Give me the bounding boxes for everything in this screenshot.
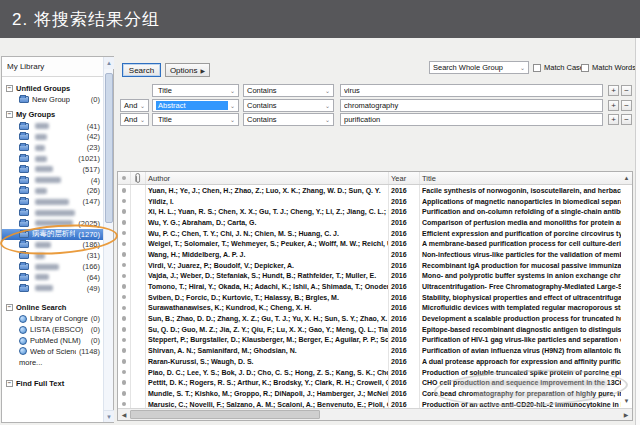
database-count: (0) [91,325,100,334]
boolean-select[interactable]: And ⌄ [120,99,149,112]
match-case-option[interactable]: Match Case [533,63,584,72]
sidebar-group-item[interactable]: (41) [2,121,103,132]
group-label-redacted [35,188,47,194]
reference-row[interactable]: Pettit, D. K.; Rogers, R. S.; Arthur, K.… [118,377,621,388]
collapse-icon[interactable]: − [6,85,13,92]
reference-row[interactable]: Shirvan, A. N.; Samianifard, M.; Ghodsia… [118,345,621,356]
sidebar-group-item[interactable]: (49) [2,283,103,294]
author-column-header[interactable]: Author [146,172,389,184]
more-link[interactable]: more... [2,357,103,368]
sidebar-group-item[interactable]: (42) [2,132,103,143]
reference-row[interactable]: Vajda, J.; Weber, D.; Stefaniak, S.; Hun… [118,271,621,282]
reference-row[interactable]: Yuan, H.; Ye, J.; Chen, H.; Zhao, Z.; Lu… [118,185,621,196]
attachment-cell [131,335,146,346]
author-cell: Wang, H.; Middelberg, A. P. J. [146,249,389,260]
sidebar-group-item[interactable]: (186) [2,240,103,251]
search-term-input[interactable] [340,84,603,97]
reference-row[interactable]: Wang, H.; Middelberg, A. P. J. 2016 Non-… [118,249,621,260]
sidebar-group-item[interactable]: 病毒的层析纯化 (1270) [2,229,103,240]
remove-search-row-button[interactable]: − [621,85,632,96]
online-search-item[interactable]: LISTA (EBSCO) (0) [2,324,103,335]
scroll-right-icon[interactable]: ▶ [621,410,631,420]
collapse-icon[interactable]: − [6,111,13,118]
section-unfiled-groups[interactable]: − Unfiled Groups [2,82,103,94]
reference-row[interactable]: Piao, D. C.; Lee, Y. S.; Bok, J. D.; Cho… [118,367,621,378]
reference-row[interactable]: Virdi, V.; Juarez, P.; Boudolf, V.; Depi… [118,260,621,271]
reference-row[interactable]: Steppert, P.; Burgstaller, D.; Klausberg… [118,335,621,346]
reference-row[interactable]: Sun, B.; Zhao, D. D.; Zhang, X. Z.; Gu, … [118,313,621,324]
operator-select[interactable]: Contains ⌄ [243,99,334,112]
search-button[interactable]: Search [122,63,161,77]
online-search-item[interactable]: Web of Scienc... (1148) [2,346,103,357]
sidebar-group-item[interactable]: (64) [2,272,103,283]
sidebar-group-item[interactable]: (147) [2,196,103,207]
add-search-row-button[interactable]: + [608,114,619,125]
match-case-checkbox[interactable] [533,64,541,72]
section-find-full-text[interactable]: − Find Full Text [2,378,103,390]
sidebar-scrollbar[interactable]: ▲ ▼ [103,57,113,422]
sidebar-group-item[interactable]: (4) [2,175,103,186]
read-status-column-header[interactable] [118,172,131,184]
sidebar-group-item[interactable]: (26) [2,186,103,197]
reference-row[interactable]: Su, Q. D.; Guo, M. Z.; Jia, Z. Y.; Qiu, … [118,324,621,335]
horizontal-scrollbar[interactable]: ◀ ▶ [118,408,632,420]
section-online-search[interactable]: − Online Search [2,302,103,314]
sidebar-group-item[interactable]: (2025) [2,218,103,229]
reference-row[interactable]: Mundle, S. T.; Kishko, M.; Groppo, R.; D… [118,388,621,399]
reference-row[interactable]: Surawathanawises, K.; Kundrod, K.; Cheng… [118,303,621,314]
sidebar-group-item[interactable]: (166) [2,261,103,272]
scroll-up-icon[interactable]: ▲ [622,174,631,183]
title-column-header[interactable]: Title [420,172,632,184]
scroll-down-icon[interactable]: ▼ [622,397,631,406]
reference-row[interactable]: Yildiz, I. 2016 Applications of magnetic… [118,196,621,207]
search-scope-select[interactable]: Search Whole Group ⌄ [429,61,529,74]
operator-select[interactable]: Contains ⌄ [243,113,334,126]
search-term-input[interactable] [340,99,603,112]
reference-row[interactable]: Tomono, T.; Hirai, Y.; Okada, H.; Adachi… [118,281,621,292]
sidebar-group-item[interactable]: (1021) [2,153,103,164]
section-my-groups[interactable]: − My Groups [2,109,103,121]
scroll-down-icon[interactable]: ▼ [104,410,114,422]
match-words-option[interactable]: Match Words [581,63,636,72]
reference-row[interactable]: Wu, P. C.; Chen, T. Y.; Chi, J. N.; Chie… [118,228,621,239]
section-label: Unfiled Groups [16,84,70,93]
remove-search-row-button[interactable]: − [621,114,632,125]
online-search-item[interactable]: Library of Congress (0) [2,314,103,325]
scrollbar-thumb[interactable] [105,73,113,223]
attachment-column-header[interactable] [131,172,146,184]
field-select[interactable]: Title ⌄ [152,84,239,97]
year-column-header[interactable]: Year [389,172,420,184]
sidebar-group-item[interactable]: (23) [2,142,103,153]
field-select[interactable]: Title ⌄ [152,113,239,126]
scroll-up-icon[interactable]: ▲ [104,57,114,69]
sidebar-group-item[interactable]: (517) [2,164,103,175]
options-button[interactable]: Options ▶ [165,63,210,77]
match-words-checkbox[interactable] [581,64,589,72]
online-search-item[interactable]: PubMed (NLM) (0) [2,335,103,346]
reference-row[interactable]: Xi, H. L.; Yuan, R. S.; Chen, X. X.; Gu,… [118,206,621,217]
sidebar-group-item[interactable]: (31) [2,250,103,261]
remove-search-row-button[interactable]: − [621,100,632,111]
operator-select[interactable]: Contains ⌄ [243,84,334,97]
reference-row[interactable]: Wu, Y. G.; Abraham, D.; Carta, G. 2016 C… [118,217,621,228]
scrollbar-thumb[interactable] [130,410,320,419]
search-term-input[interactable] [340,113,603,126]
reference-row[interactable]: Sviben, D.; Forcic, D.; Kurtovic, T.; Ha… [118,292,621,303]
reference-list-panel: Author Year Title Yuan, H.; Ye, J.; Chen… [117,171,633,421]
field-select[interactable]: Abstract ⌄ [152,99,239,112]
sidebar-group-item[interactable] [2,207,103,218]
collapse-icon[interactable]: − [6,304,13,311]
title-cell: Microfluidic devices with templated regu… [420,303,621,314]
reference-row[interactable]: Marusic, C.; Novelli, F.; Salzano, A. M.… [118,399,621,408]
boolean-select[interactable]: And ⌄ [120,113,149,126]
add-search-row-button[interactable]: + [608,100,619,111]
my-library-tab[interactable]: My Library [2,57,113,77]
reference-row[interactable]: Weigel, T.; Solomaier, T.; Wehmeyer, S.;… [118,238,621,249]
reference-row[interactable]: Raran-Kurussi, S.; Waugh, D. S. 2016 A d… [118,356,621,367]
sidebar-item-new-group[interactable]: New Group (0) [2,94,103,105]
collapse-icon[interactable]: − [6,380,13,387]
scroll-left-icon[interactable]: ◀ [119,410,129,420]
unread-dot-icon [122,188,127,193]
title-cell: Comparison of perfusion media and monoli… [420,217,621,228]
add-search-row-button[interactable]: + [608,85,619,96]
